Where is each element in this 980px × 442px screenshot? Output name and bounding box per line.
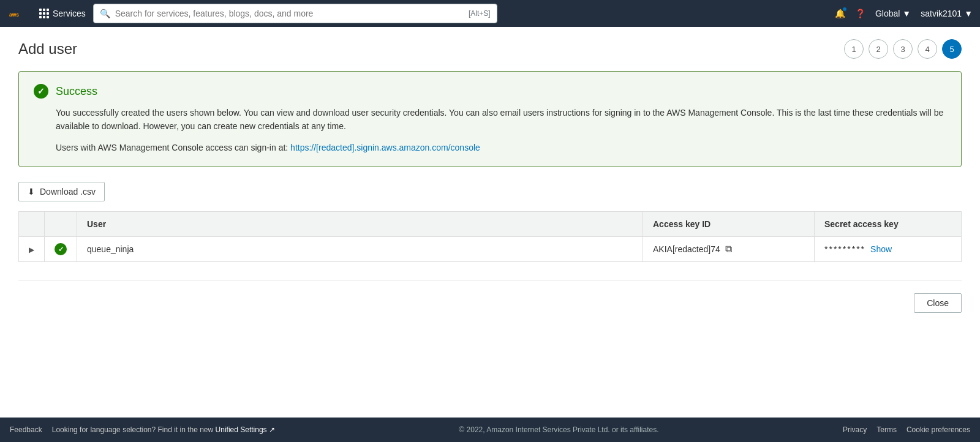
aws-logo[interactable]: aws [7, 6, 29, 21]
table-body: ▶ ✓ queue_ninja AKIA[redacted]74 ⧉ **** [19, 237, 962, 262]
row-access-key-cell: AKIA[redacted]74 ⧉ [643, 237, 815, 262]
row-success-icon: ✓ [55, 243, 67, 255]
privacy-link[interactable]: Privacy [843, 425, 867, 434]
page-title: Add user [18, 40, 77, 58]
console-prefix: Users with AWS Management Console access… [56, 143, 290, 152]
step-3[interactable]: 3 [893, 39, 913, 59]
close-button[interactable]: Close [914, 293, 962, 313]
terms-link[interactable]: Terms [876, 425, 897, 434]
copyright-text: © 2022, Amazon Internet Services Private… [459, 425, 658, 434]
notice-text: Looking for language selection? Find it … [52, 425, 216, 434]
access-key-container: AKIA[redacted]74 ⧉ [653, 244, 804, 255]
unified-settings-label[interactable]: Unified Settings ↗ [216, 425, 275, 434]
copy-access-key-icon[interactable]: ⧉ [725, 244, 732, 255]
step-2[interactable]: 2 [869, 39, 888, 59]
services-nav[interactable]: Services [39, 9, 86, 18]
row-user-cell: queue_ninja [77, 237, 643, 262]
step-indicators: 1 2 3 4 5 [844, 39, 962, 59]
help-button[interactable]: ❓ [855, 9, 865, 18]
step-4[interactable]: 4 [918, 39, 937, 59]
download-icon: ⬇ [28, 187, 35, 197]
bottom-bar: Feedback Looking for language selection?… [0, 418, 980, 442]
notifications-button[interactable]: 🔔 [835, 9, 845, 18]
feedback-link[interactable]: Feedback [10, 425, 42, 434]
row-username: queue_ninja [87, 244, 134, 254]
users-table: User Access key ID Secret access key ▶ ✓… [18, 211, 962, 262]
region-selector[interactable]: Global ▼ [875, 9, 911, 18]
top-navigation: aws Services 🔍 [Alt+S] 🔔 ❓ Global ▼ satv… [0, 0, 980, 27]
user-menu[interactable]: satvik2101 ▼ [921, 9, 973, 18]
grid-icon [39, 9, 49, 18]
col-expand-header [19, 212, 45, 237]
username-label: satvik2101 [921, 9, 962, 18]
search-bar[interactable]: 🔍 [Alt+S] [93, 4, 497, 23]
success-check-icon [34, 84, 48, 99]
download-csv-button[interactable]: ⬇ Download .csv [18, 182, 105, 201]
row-status-cell: ✓ [45, 237, 77, 262]
nav-right: 🔔 ❓ Global ▼ satvik2101 ▼ [835, 9, 973, 18]
footer-actions: Close [18, 280, 962, 313]
row-expand-cell[interactable]: ▶ [19, 237, 45, 262]
col-user-header: User [77, 212, 643, 237]
col-status-header [45, 212, 77, 237]
success-header: Success [34, 84, 946, 99]
table-header: User Access key ID Secret access key [19, 212, 962, 237]
expand-arrow-icon[interactable]: ▶ [29, 245, 34, 254]
search-icon: 🔍 [100, 9, 110, 18]
download-label: Download .csv [40, 187, 96, 197]
col-secret-header: Secret access key [815, 212, 962, 237]
notification-dot [842, 7, 847, 12]
secret-masked-value: ********* [824, 244, 865, 254]
success-message: You successfully created the users shown… [56, 106, 946, 133]
col-access-key-header: Access key ID [643, 212, 815, 237]
show-secret-button[interactable]: Show [870, 244, 892, 254]
console-url[interactable]: https://[redacted].signin.aws.amazon.com… [290, 143, 480, 152]
svg-text:aws: aws [9, 12, 19, 18]
success-body: You successfully created the users shown… [34, 106, 946, 154]
success-banner: Success You successfully created the use… [18, 71, 962, 167]
console-access-line: Users with AWS Management Console access… [56, 141, 946, 154]
region-label: Global [875, 9, 900, 18]
success-title: Success [56, 85, 97, 98]
access-key-value: AKIA[redacted]74 [653, 244, 720, 254]
row-secret-cell: ********* Show [815, 237, 962, 262]
main-content: Add user 1 2 3 4 5 Success You successfu… [0, 27, 980, 418]
unified-settings-notice: Looking for language selection? Find it … [52, 425, 275, 434]
user-chevron-icon: ▼ [964, 9, 973, 18]
page-header: Add user 1 2 3 4 5 [18, 39, 962, 59]
region-chevron-icon: ▼ [902, 9, 911, 18]
table-row: ▶ ✓ queue_ninja AKIA[redacted]74 ⧉ **** [19, 237, 962, 262]
bottom-right-links: Privacy Terms Cookie preferences [843, 425, 970, 434]
services-label: Services [53, 9, 86, 18]
step-1[interactable]: 1 [844, 39, 864, 59]
search-input[interactable] [115, 9, 464, 18]
cookie-preferences-link[interactable]: Cookie preferences [907, 425, 970, 434]
search-shortcut: [Alt+S] [469, 9, 491, 18]
secret-container: ********* Show [824, 244, 951, 254]
bottom-left: Feedback Looking for language selection?… [10, 425, 275, 434]
step-5[interactable]: 5 [942, 39, 962, 59]
